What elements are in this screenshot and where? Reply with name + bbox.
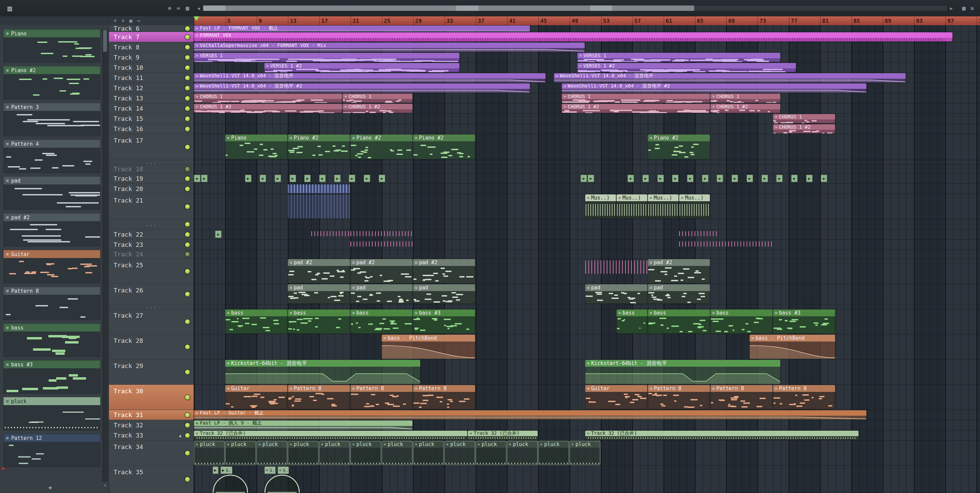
mini-audio-clip[interactable]: ▶ [776,175,783,182]
pattern-name-bar[interactable]: ≡pluck [3,397,100,405]
ruler-tick-37[interactable]: 37 [476,16,484,25]
track-header-track-29[interactable]: Track 29 [109,359,194,385]
clip-s[interactable]: ▶S.. [221,466,232,474]
clip-formant-vox[interactable]: »FORMANT VOX [194,32,953,41]
mute-led[interactable] [185,451,190,456]
clip-lines[interactable] [288,195,350,219]
grid-view-icon[interactable]: ▦ [962,5,966,11]
clip-waveshell1-vst-14-0-x64-2[interactable]: ∞WaveShell1-VST 14.0_x64 - 混音电平 #2 [562,83,866,93]
pattern-item-piano-2[interactable]: ≡Piano #2 [3,66,100,99]
track-header-item[interactable]: ... [109,219,194,230]
paint-tool-icon[interactable]: ▣ [129,18,132,24]
pattern-item-bass-3[interactable]: ≡bass #3 [3,360,100,394]
clip-pluck[interactable]: ×pluck [225,441,256,465]
playlist-row-track-17[interactable]: ≡Piano≡Piano #2≡Piano #2≡Piano #2≡Piano … [194,134,980,160]
playlist-row-track-14[interactable]: »CHORUS_1 #2»CHORUS_1 #2»CHORUS_1 #2»CHO… [194,104,980,114]
mini-audio-clip[interactable]: ▶ [259,175,266,182]
clip-pattern-8[interactable]: ≡Pattern 8 [288,385,350,409]
mute-led[interactable] [185,423,190,428]
mute-led[interactable] [185,252,190,257]
clip-pluck[interactable]: ×pluck [194,441,224,465]
ruler-tick-77[interactable]: 77 [789,16,797,25]
mini-audio-clip[interactable]: ▶ [732,175,738,182]
clip-chorus-1-2[interactable]: »CHORUS_1 #2 [343,104,412,113]
clip-pattern-8[interactable]: ≡Pattern 8 [711,385,772,409]
clip-waveshell1-vst-14-0-x64-2[interactable]: ∞WaveShell1-VST 14.0_x64 - 混音电平 #2 [194,83,530,93]
clip-mini2[interactable]: ▶ [213,466,218,474]
mute-led[interactable] [185,222,190,227]
mute-led[interactable] [185,167,190,172]
clip-kickstart-64bit[interactable]: ∞Kickstart-64bit - 混音电平 [585,360,780,384]
clip-track-32[interactable]: »Track 32 (已合并) [194,431,467,440]
clip-pluck[interactable]: ×pluck [507,441,538,465]
clip-verses-1[interactable]: »VERSES_1 [194,53,460,62]
track-header-track-32[interactable]: Track 32 [109,420,194,430]
ruler-tick-49[interactable]: 49 [570,16,578,25]
clip-pluck[interactable]: ×pluck [413,441,444,465]
track-header-track-15[interactable]: Track 15 [109,114,194,124]
clip-waveshell1-vst-14-0-x64[interactable]: ∞WaveShell1-VST 14.0_x64 - 混音电平 [194,73,546,82]
track-header-track-17[interactable]: Track 17 [109,134,194,160]
mute-led[interactable] [185,319,190,324]
sidebar-scrollbar[interactable] [102,29,108,482]
playlist-row-track-31[interactable]: ∞Fast LP - Guitar - 截止 [194,410,980,420]
scroll-right-arrow-icon[interactable]: ▶ [950,6,953,11]
mute-led[interactable] [185,26,190,31]
mute-led[interactable] [185,176,190,181]
slide-tool-icon[interactable]: ↔ [137,18,140,24]
mute-led[interactable] [185,55,190,60]
clip-piano[interactable]: ≡Piano [225,134,287,160]
playlist-row-track-26[interactable]: ≡pad≡pad≡pad≡pad≡pad [194,284,980,305]
playlist-row-track-27[interactable]: ≡bass≡bass≡bass≡bass #3≡bass≡bass≡bass≡b… [194,309,980,334]
mini-audio-clip[interactable]: ▶ [687,175,694,182]
track-header-track-10[interactable]: Track 10 [109,63,194,73]
mute-led[interactable] [185,232,190,237]
list-view-icon[interactable]: ≡ [970,5,974,11]
playlist-row-track-22[interactable]: ▶ [194,230,980,240]
mini-audio-clip[interactable]: ▶ [275,175,281,182]
ruler-tick-61[interactable]: 61 [663,16,672,25]
clip-pad[interactable]: ≡pad [288,284,350,304]
clip-kickstart-64bit[interactable]: ∞Kickstart-64bit - 混音电平 [225,360,420,384]
playlist-row-track-11[interactable]: ∞WaveShell1-VST 14.0_x64 - 混音电平∞WaveShel… [194,73,980,83]
mini-audio-clip[interactable]: ▶ [349,175,355,182]
mini-audio-clip[interactable]: ▶ [643,175,649,182]
pattern-name-bar[interactable]: ≡Pattern 4 [3,140,100,148]
playlist-row-track-10[interactable]: »VERSES_1 #2»VERSES_1 #2 [194,63,980,73]
clip-mus[interactable]: »Mus..) [585,195,616,219]
clip-s-m[interactable]: ×S..M [264,466,275,474]
mute-led[interactable] [185,86,190,91]
mute-led[interactable] [185,65,190,70]
mute-led[interactable] [185,204,190,209]
playlist-row-item[interactable] [194,219,980,230]
clip-piano-2[interactable]: ≡Piano #2 [288,134,350,160]
clip-s[interactable]: ×S.. [278,466,289,474]
clip-guitar[interactable]: ≡Guitar [585,385,647,409]
track-header-track-9[interactable]: Track 9 [109,53,194,63]
ruler-tick-97[interactable]: 97 [945,16,954,25]
clip-chorus-1[interactable]: »CHORUS_1 [773,114,835,123]
mute-led[interactable] [185,116,190,121]
pattern-item-pad-2[interactable]: ≡pad #2 [3,213,100,247]
playlist-row-track-25[interactable]: ≡pad #2≡pad #2≡pad #2≡pad #2 [194,259,980,284]
clip-bass-pitchbend[interactable]: ∞bass - PitchBend [749,335,835,359]
ruler-tick-41[interactable]: 41 [507,16,515,25]
clip-fast-lp-9[interactable]: ∞Fast LP - 插入 9 - 截止 [194,421,412,430]
playlist-row-track-12[interactable]: ∞WaveShell1-VST 14.0_x64 - 混音电平 #2∞WaveS… [194,83,980,93]
ruler-tick-65[interactable]: 65 [695,16,703,25]
playlist-row-track-18[interactable] [194,165,980,174]
pattern-name-bar[interactable]: ≡Pattern 8 [3,287,100,295]
mini-audio-clip[interactable]: ▶ [717,175,723,182]
track-header-track-34[interactable]: Track 34 [109,440,194,466]
mini-audio-clip[interactable]: ▶ [746,175,753,182]
clip-verses-1-2[interactable]: »VERSES_1 #2 [578,63,796,72]
mini-audio-clip[interactable]: ▶ [379,175,385,182]
clip-guitar[interactable]: ≡Guitar [225,385,287,409]
track-header-track-31[interactable]: Track 31 [109,410,194,420]
track-header-track-7[interactable]: Track 7 [109,32,194,42]
clip-pluck[interactable]: ×pluck [288,441,318,465]
pattern-item-pattern-3[interactable]: ≡Pattern 3 [3,103,100,136]
track-header-track-13[interactable]: Track 13 [109,93,194,104]
playlist-row-track-21[interactable]: »Mus..)»Mus..)»Mus..)»Mus..) [194,194,980,219]
horizontal-scrollbar[interactable] [203,5,947,11]
